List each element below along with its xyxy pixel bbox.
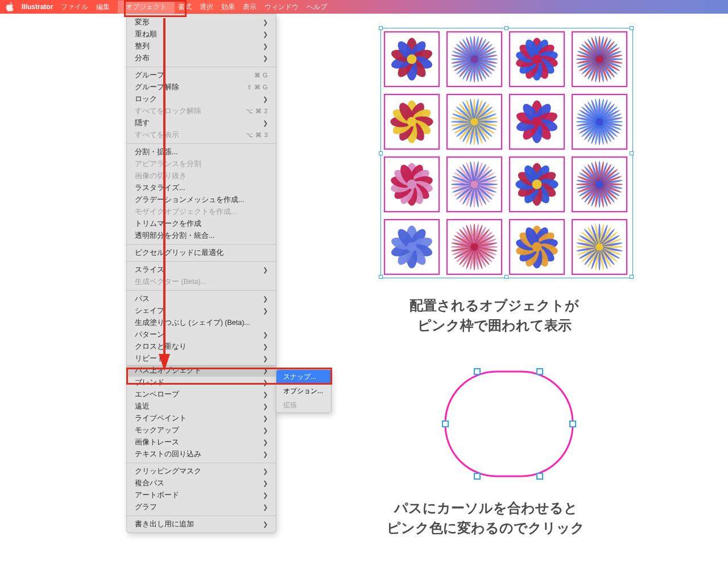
submenu-snap[interactable]: スナップ... xyxy=(276,370,331,384)
caption-bottom-l1: パスにカーソルを合わせると xyxy=(394,500,578,516)
menu-item[interactable]: 分割・拡張... xyxy=(127,146,276,158)
chevron-right-icon: ❯ xyxy=(263,295,268,303)
menu-item[interactable]: 透明部分を分割・統合... xyxy=(127,230,276,242)
anchor-tr[interactable] xyxy=(536,368,543,375)
menu-item[interactable]: スライス❯ xyxy=(127,264,276,276)
menu-item-label: パス xyxy=(135,294,150,304)
menu-separator xyxy=(127,261,276,262)
menu-item[interactable]: ピクセルグリッドに最適化 xyxy=(127,247,276,259)
menu-file[interactable]: ファイル xyxy=(61,2,88,12)
menu-item-label: アートボード xyxy=(135,490,179,500)
menu-item[interactable]: グループ⌘ G xyxy=(127,69,276,81)
menu-item-label: エンベロープ xyxy=(135,390,179,399)
menu-separator xyxy=(127,244,276,245)
chevron-right-icon: ❯ xyxy=(263,119,268,127)
menu-item[interactable]: パス上オブジェクト❯ xyxy=(127,365,276,377)
menu-item-label: パス上オブジェクト xyxy=(135,366,201,376)
sel-handle-bl[interactable] xyxy=(379,275,383,279)
menu-item[interactable]: クリッピングマスク❯ xyxy=(127,465,276,477)
menu-item[interactable]: ロック❯ xyxy=(127,93,276,105)
menu-item[interactable]: グラフ❯ xyxy=(127,501,276,513)
menu-shortcut: ⌥ ⌘ 3 xyxy=(246,131,268,139)
menu-type[interactable]: 書式 xyxy=(178,2,192,12)
menu-item[interactable]: 書き出し用に追加❯ xyxy=(127,518,276,530)
menu-item[interactable]: トリムマークを作成 xyxy=(127,218,276,230)
caption-bottom-l2: ピンク色に変わるのでクリック xyxy=(387,520,585,535)
menu-item[interactable]: ラスタライズ... xyxy=(127,182,276,194)
menu-item-label: グラフ xyxy=(135,502,157,512)
object-menu-dropdown: 変形❯重ね順❯整列❯分布❯グループ⌘ Gグループ解除⇧ ⌘ Gロック❯すべてをロ… xyxy=(126,14,276,533)
sel-handle-tm[interactable] xyxy=(504,26,508,30)
menu-select[interactable]: 選択 xyxy=(200,2,213,12)
sel-handle-br[interactable] xyxy=(630,275,634,279)
chevron-right-icon: ❯ xyxy=(263,331,268,339)
menu-item[interactable]: シェイプ❯ xyxy=(127,305,276,317)
menu-item[interactable]: 複合パス❯ xyxy=(127,477,276,489)
caption-top-l2: ピンク枠で囲われて表示 xyxy=(417,318,572,333)
menu-item-label: ブレンド xyxy=(135,378,164,387)
caption-top: 配置されるオブジェクトが ピンク枠で囲われて表示 xyxy=(410,296,579,336)
menu-item-label: アピアランスを分割 xyxy=(135,159,201,169)
menu-effect[interactable]: 効果 xyxy=(221,2,235,12)
sel-handle-ml[interactable] xyxy=(379,151,383,155)
chevron-right-icon: ❯ xyxy=(263,403,268,410)
chevron-right-icon: ❯ xyxy=(263,427,268,434)
menu-item[interactable]: リピート❯ xyxy=(127,353,276,365)
submenu-expand: 拡張 xyxy=(276,398,331,413)
menu-item[interactable]: エンベロープ❯ xyxy=(127,389,276,401)
menu-item[interactable]: 隠す❯ xyxy=(127,117,276,129)
menu-item[interactable]: 整列❯ xyxy=(127,40,276,52)
menu-item[interactable]: モックアップ❯ xyxy=(127,424,276,436)
menu-item-label: クリッピングマスク xyxy=(135,467,201,476)
chevron-right-icon: ❯ xyxy=(263,367,268,374)
menu-view[interactable]: 表示 xyxy=(243,2,257,12)
menu-item[interactable]: グラデーションメッシュを作成... xyxy=(127,194,276,206)
sel-handle-tr[interactable] xyxy=(630,26,634,30)
anchor-mr[interactable] xyxy=(569,420,576,427)
sel-handle-mr[interactable] xyxy=(630,151,634,155)
sel-handle-bm[interactable] xyxy=(504,275,508,279)
menu-item-label: すべてを表示 xyxy=(135,130,179,140)
menu-item-label: トリムマークを作成 xyxy=(135,219,201,229)
menu-item-label: 画像トレース xyxy=(135,438,179,447)
anchor-tl[interactable] xyxy=(474,368,481,375)
chevron-right-icon: ❯ xyxy=(263,43,268,50)
chevron-right-icon: ❯ xyxy=(263,521,268,528)
anchor-bl[interactable] xyxy=(474,473,481,480)
menu-item: 画像の切り抜き xyxy=(127,170,276,182)
menu-item[interactable]: パス❯ xyxy=(127,293,276,305)
app-name: Illustrator xyxy=(22,3,53,11)
menu-item[interactable]: テキストの回り込み❯ xyxy=(127,448,276,460)
menu-item[interactable]: 生成塗りつぶし (シェイプ) (Beta)... xyxy=(127,317,276,329)
menu-object[interactable]: オブジェクト xyxy=(118,1,175,14)
ellipse-path[interactable] xyxy=(418,367,600,481)
menu-item-label: 分布 xyxy=(135,53,150,63)
menu-item-label: 透明部分を分割・統合... xyxy=(135,231,214,241)
anchor-ml[interactable] xyxy=(442,420,449,427)
submenu-options[interactable]: オプション... xyxy=(276,384,331,398)
menu-item-label: ラスタライズ... xyxy=(135,183,185,193)
menu-item[interactable]: ライブペイント❯ xyxy=(127,413,276,424)
menu-item[interactable]: パターン❯ xyxy=(127,329,276,341)
menu-item[interactable]: アートボード❯ xyxy=(127,489,276,501)
menu-window[interactable]: ウィンドウ xyxy=(264,2,299,12)
menu-item[interactable]: 重ね順❯ xyxy=(127,28,276,40)
menu-item[interactable]: ブレンド❯ xyxy=(127,377,276,389)
menu-item-label: シェイプ xyxy=(135,306,164,316)
menu-item[interactable]: クロスと重なり❯ xyxy=(127,341,276,353)
menu-item[interactable]: 変形❯ xyxy=(127,17,276,28)
menu-edit[interactable]: 編集 xyxy=(96,2,110,12)
menu-item[interactable]: 画像トレース❯ xyxy=(127,436,276,448)
menu-item[interactable]: 分布❯ xyxy=(127,52,276,64)
menu-item-label: 変形 xyxy=(135,18,150,27)
chevron-right-icon: ❯ xyxy=(263,415,268,422)
menu-item[interactable]: グループ解除⇧ ⌘ G xyxy=(127,81,276,93)
chevron-right-icon: ❯ xyxy=(263,480,268,487)
sel-handle-tl[interactable] xyxy=(379,26,383,30)
menu-item[interactable]: 遠近❯ xyxy=(127,401,276,413)
menu-separator xyxy=(127,143,276,144)
menu-help[interactable]: ヘルプ xyxy=(307,2,327,12)
chevron-right-icon: ❯ xyxy=(263,468,268,475)
menu-item-label: グラデーションメッシュを作成... xyxy=(135,195,244,205)
anchor-br[interactable] xyxy=(536,473,543,480)
